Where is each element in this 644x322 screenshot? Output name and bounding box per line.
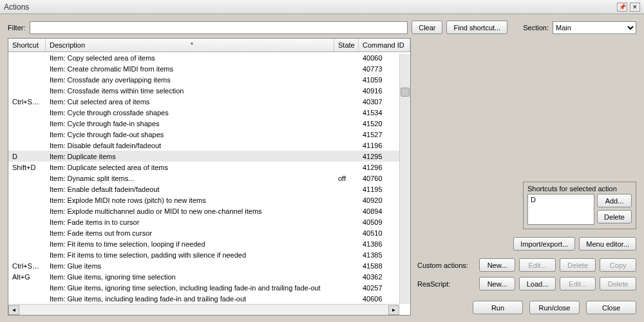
table-row[interactable]: Item: Explode multichannel audio or MIDI… — [8, 205, 410, 216]
col-state[interactable]: State — [334, 39, 359, 52]
reascript-load-button[interactable]: Load... — [519, 277, 556, 290]
cell-shortcut: Ctrl+SU... — [8, 98, 46, 106]
run-close-button[interactable]: Run/close — [529, 301, 580, 314]
pin-icon[interactable]: 📌 — [617, 3, 627, 12]
shortcuts-panel-title: Shortcuts for selected action — [527, 185, 632, 193]
import-export-button[interactable]: Import/export... — [513, 237, 575, 251]
cell-shortcut: Shift+D — [8, 164, 46, 171]
cell-state: off — [334, 175, 359, 182]
cell-description: Item: Fade items out from cursor — [46, 229, 334, 237]
filter-bar: Filter: Clear Find shortcut... Section: … — [8, 21, 636, 34]
table-row[interactable]: Item: Fit items to time selection, loopi… — [8, 238, 410, 249]
reascript-new-button[interactable]: New... — [479, 277, 516, 290]
reascript-row: ReaScript: New... Load... Edit... Delete — [417, 277, 636, 290]
run-button[interactable]: Run — [473, 301, 523, 314]
cell-description: Item: Explode multichannel audio or MIDI… — [46, 207, 334, 215]
find-shortcut-button[interactable]: Find shortcut... — [446, 21, 507, 34]
table-row[interactable]: Ctrl+SU...Item: Cut selected area of ite… — [8, 96, 410, 107]
custom-actions-row: Custom actions: New... Edit... Delete Co… — [417, 258, 636, 272]
titlebar: Actions 📌 ✕ — [0, 0, 644, 14]
custom-copy-button[interactable]: Copy — [600, 258, 636, 272]
table-body: Item: Copy selected area of items40060It… — [8, 52, 410, 315]
table-row[interactable]: Item: Cycle through fade-in shapes41520 — [8, 118, 410, 129]
clear-button[interactable]: Clear — [412, 21, 442, 34]
cell-description: Item: Duplicate selected area of items — [46, 164, 334, 171]
table-row[interactable]: Item: Cycle through crossfade shapes4153… — [8, 107, 410, 118]
cell-description: Item: Duplicate items — [46, 153, 334, 160]
col-command-id[interactable]: Command ID — [359, 39, 410, 52]
cell-description: Item: Create chromatic MIDI from items — [46, 65, 334, 73]
vertical-scrollbar[interactable] — [399, 54, 410, 304]
cell-description: Item: Fade items in to cursor — [46, 218, 334, 226]
cell-description: Item: Explode MIDI note rows (pitch) to … — [46, 196, 334, 204]
table-row[interactable]: Item: Crossfade any overlapping items410… — [8, 74, 410, 85]
custom-edit-button[interactable]: Edit... — [519, 258, 556, 272]
shortcut-list[interactable]: D — [527, 194, 594, 225]
window-controls: 📌 ✕ — [617, 3, 640, 12]
reascript-label: ReaScript: — [417, 280, 475, 288]
table-row[interactable]: Alt+GItem: Glue items, ignoring time sel… — [8, 271, 410, 282]
window-title: Actions — [4, 3, 29, 12]
cell-description: Item: Cut selected area of items — [46, 98, 334, 106]
table-row[interactable]: Ctrl+Shif...Item: Glue items41588 — [8, 260, 410, 271]
reascript-delete-button[interactable]: Delete — [600, 277, 636, 290]
col-description[interactable]: Description — [46, 39, 334, 52]
table-row[interactable]: Item: Dynamic split items...off40760 — [8, 173, 410, 184]
filter-input[interactable] — [30, 21, 408, 34]
col-shortcut[interactable]: Shortcut — [8, 39, 46, 52]
shortcut-delete-button[interactable]: Delete — [597, 210, 632, 223]
cell-description: Item: Cycle through crossfade shapes — [46, 109, 334, 117]
cell-shortcut: Alt+G — [8, 273, 46, 281]
table-row[interactable]: Item: Crossfade items within time select… — [8, 85, 410, 96]
horizontal-scrollbar[interactable]: ◄► — [8, 304, 399, 315]
section-label: Section: — [523, 24, 549, 32]
shortcut-add-button[interactable]: Add... — [597, 194, 632, 207]
cell-description: Item: Glue items, ignoring time selectio… — [46, 284, 334, 292]
filter-label: Filter: — [8, 24, 26, 32]
cell-description: Item: Copy selected area of items — [46, 54, 334, 62]
close-button[interactable]: Close — [586, 301, 636, 314]
cell-description: Item: Cycle through fade-in shapes — [46, 120, 334, 128]
cell-description: Item: Fit items to time selection, loopi… — [46, 240, 334, 248]
cell-shortcut: D — [8, 153, 46, 160]
table-row[interactable]: Item: Fade items out from cursor40510 — [8, 227, 410, 238]
table-header: Shortcut Description State Command ID — [8, 39, 410, 52]
actions-table: Shortcut Description State Command ID It… — [8, 38, 411, 316]
cell-description: Item: Enable default fadein/fadeout — [46, 185, 334, 193]
section-select[interactable]: Main — [553, 21, 636, 34]
custom-actions-label: Custom actions: — [417, 261, 475, 269]
table-row[interactable]: Item: Fit items to time selection, paddi… — [8, 249, 410, 260]
cell-description: Item: Dynamic split items... — [46, 175, 334, 182]
table-row[interactable]: Item: Create chromatic MIDI from items40… — [8, 63, 410, 74]
table-row[interactable]: Item: Copy selected area of items40060 — [8, 52, 410, 63]
cell-shortcut: Ctrl+Shif... — [8, 262, 46, 270]
close-icon[interactable]: ✕ — [630, 3, 640, 12]
cell-description: Item: Cycle through fade-out shapes — [46, 131, 334, 138]
table-row[interactable]: Item: Glue items, ignoring time selectio… — [8, 282, 410, 293]
reascript-edit-button[interactable]: Edit... — [560, 277, 596, 290]
table-row[interactable]: Item: Fade items in to cursor40509 — [8, 216, 410, 227]
table-row[interactable]: Shift+DItem: Duplicate selected area of … — [8, 162, 410, 173]
cell-description: Item: Glue items — [46, 262, 334, 270]
table-row[interactable]: Item: Explode MIDI note rows (pitch) to … — [8, 194, 410, 205]
cell-description: Item: Crossfade items within time select… — [46, 87, 334, 95]
cell-description: Item: Glue items, including leading fade… — [46, 295, 334, 303]
cell-description: Item: Disable default fadein/fadeout — [46, 142, 334, 149]
cell-description: Item: Glue items, ignoring time selectio… — [46, 273, 334, 281]
table-row[interactable]: DItem: Duplicate items41295 — [8, 151, 410, 162]
cell-description: Item: Fit items to time selection, paddi… — [46, 251, 334, 259]
table-row[interactable]: Item: Disable default fadein/fadeout4119… — [8, 140, 410, 151]
cell-description: Item: Crossfade any overlapping items — [46, 76, 334, 84]
table-row[interactable]: Item: Glue items, including leading fade… — [8, 293, 410, 304]
custom-delete-button[interactable]: Delete — [560, 258, 596, 272]
shortcuts-for-selected-panel: Shortcuts for selected action D Add... D… — [523, 182, 636, 229]
table-row[interactable]: Item: Cycle through fade-out shapes41527 — [8, 129, 410, 140]
right-panel: Shortcuts for selected action D Add... D… — [417, 38, 636, 316]
menu-editor-button[interactable]: Menu editor... — [579, 237, 636, 251]
custom-new-button[interactable]: New... — [479, 258, 516, 272]
table-row[interactable]: Item: Enable default fadein/fadeout41195 — [8, 184, 410, 194]
